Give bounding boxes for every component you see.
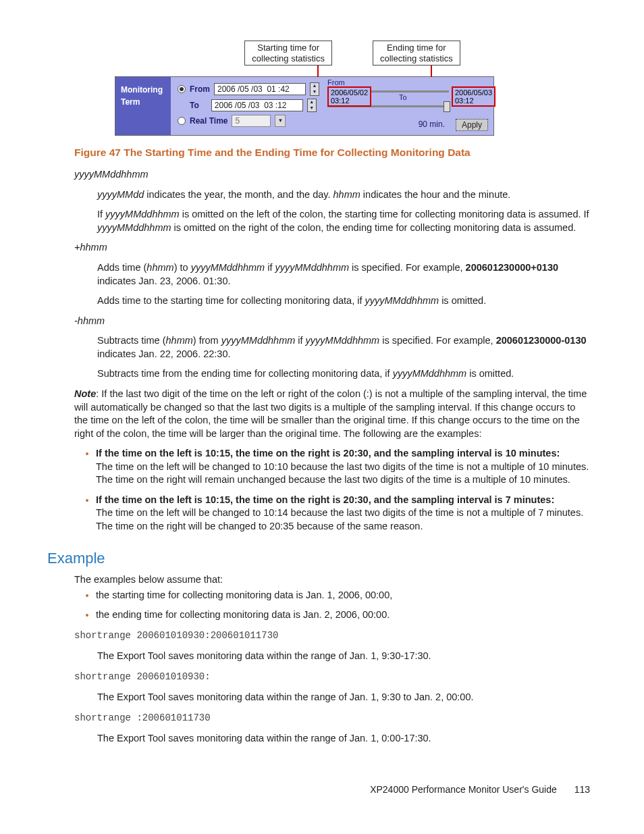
result-1: The Export Tool saves monitoring data wi… — [97, 650, 590, 661]
page-number: 113 — [574, 784, 590, 795]
realtime-input — [232, 115, 271, 127]
para-omit-behavior: If yyyyMMddhhmm is omitted on the left o… — [97, 208, 590, 234]
callout-end-time: Ending time for collecting statistics — [373, 41, 460, 66]
to-datetime-input[interactable] — [211, 99, 303, 111]
command-1: shortrange 200601010930:200601011730 — [74, 630, 590, 641]
assumption-2: the ending time for collecting monitorin… — [96, 608, 590, 622]
panel-title-line2: Term — [121, 96, 165, 108]
note-paragraph: Note: If the last two digit of the time … — [74, 388, 590, 440]
monitoring-term-panel: Monitoring Term From ▲▼ To ▲▼ — [115, 76, 494, 136]
figure-caption: Figure 47 The Starting Time and the Endi… — [74, 147, 590, 159]
example-intro: The examples below assume that: — [74, 574, 590, 585]
para-minus-desc: Subtracts time (hhmm) from yyyyMMddhhmm … — [97, 334, 590, 361]
from-spinner[interactable]: ▲▼ — [310, 82, 319, 96]
slider-from-label: From — [327, 78, 345, 86]
panel-title-line1: Monitoring — [121, 84, 165, 96]
figure-47: Starting time for collecting statistics … — [115, 41, 590, 136]
to-spinner[interactable]: ▲▼ — [307, 99, 317, 112]
footer-doc-title: XP24000 Performance Monitor User's Guide — [370, 784, 557, 795]
command-3: shortrange :200601011730 — [74, 712, 590, 723]
radio-realtime[interactable] — [178, 117, 186, 125]
command-2: shortrange 200601010930: — [74, 671, 590, 682]
callout-start-time: Starting time for collecting statistics — [244, 41, 332, 66]
example-bullet-1: If the time on the left is 10:15, the ti… — [96, 447, 590, 487]
assumption-1: the starting time for collecting monitor… — [96, 589, 590, 602]
term-plus-hhmm: +hhmm — [74, 241, 590, 255]
term-minus-hhmm: -hhmm — [74, 315, 590, 328]
duration-label: 90 min. — [419, 120, 445, 129]
para-plus-desc: Adds time (hhmm) to yyyyMMddhhmm if yyyy… — [97, 261, 590, 288]
to-slider-thumb[interactable] — [444, 101, 450, 112]
label-from: From — [190, 84, 210, 94]
slider-to-label: To — [399, 93, 407, 101]
from-datetime-input[interactable] — [214, 83, 306, 95]
apply-button[interactable]: Apply — [456, 119, 488, 131]
realtime-dropdown-icon: ▼ — [275, 115, 286, 127]
para-plus-omit: Adds time to the starting time for colle… — [97, 294, 590, 308]
para-minus-omit: Subtracts time from the ending time for … — [97, 367, 590, 381]
example-bullet-2: If the time on the left is 10:15, the ti… — [96, 494, 590, 533]
slider-date-from: 2006/05/02 03:12 — [327, 86, 371, 107]
result-3: The Export Tool saves monitoring data wi… — [97, 733, 590, 744]
term-yyyymmddhhmm: yyyyMMddhhmm — [74, 168, 590, 182]
para-yyyymmdd-desc: yyyyMMdd indicates the year, the month, … — [97, 188, 590, 202]
slider-date-to: 2006/05/03 03:12 — [452, 86, 495, 107]
example-heading: Example — [47, 550, 590, 567]
result-2: The Export Tool saves monitoring data wi… — [97, 692, 590, 702]
radio-from[interactable] — [178, 85, 186, 93]
label-realtime: Real Time — [190, 116, 227, 126]
label-to: To — [190, 101, 199, 110]
